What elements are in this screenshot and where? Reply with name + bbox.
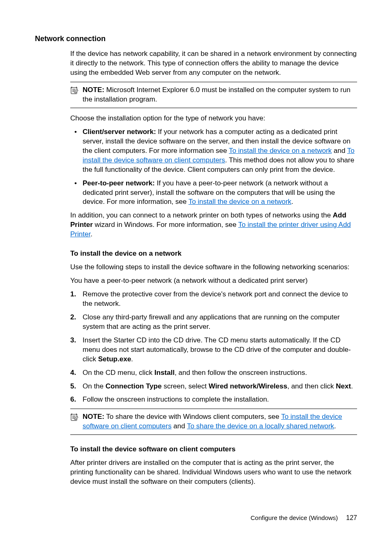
bullet-label: Peer-to-peer network: [83,179,155,187]
step-item: Follow the onscreen instructions to comp… [70,395,357,404]
bullet-text: . [291,198,293,206]
step-item: On the CD menu, click Install, and then … [70,368,357,378]
note-body: NOTE: To share the device with Windows c… [83,412,357,431]
note-box-1: NOTE: Microsoft Internet Explorer 6.0 mu… [70,82,357,108]
step-text: screen, select [161,382,208,390]
subsection-title-install-client: To install the device software on client… [70,445,357,454]
note-text: To share the device with Windows client … [104,413,281,421]
addition-text: . [90,230,92,238]
step-bold: Setup.exe [98,355,131,363]
step-bold: Install [154,369,175,377]
page-footer: Configure the device (Windows) 127 [251,513,357,522]
link-install-device-network[interactable]: To install the device on a network [229,147,332,155]
bullet-text: and [332,147,347,155]
step-item: Close any third-party firewall and any a… [70,313,357,332]
addition-paragraph: In addition, you can connect to a networ… [70,211,357,239]
step-text: On the CD menu, click [83,369,154,377]
subsection-title-install-network: To install the device on a network [70,249,357,259]
addition-text: In addition, you can connect to a networ… [70,211,333,219]
step-bold: Next [336,382,351,390]
step-text: , and then follow the onscreen instructi… [175,369,307,377]
section2-p1: Use the following steps to install the d… [70,263,357,272]
list-item: Peer-to-peer network: If you have a peer… [70,179,357,207]
intro-paragraph: If the device has network capability, it… [70,49,357,78]
section3-p1: After printer drivers are installed on t… [70,458,357,487]
step-text: . [351,382,353,390]
choose-paragraph: Choose the installation option for the t… [70,114,357,123]
step-item: On the Connection Type screen, select Wi… [70,382,357,391]
step-item: Insert the Starter CD into the CD drive.… [70,336,357,364]
note-body: NOTE: Microsoft Internet Explorer 6.0 mu… [83,85,357,104]
section-heading: Network connection [35,34,357,44]
step-item: Remove the protective cover from the dev… [70,290,357,309]
note-label: NOTE: [83,86,104,94]
list-item: Client/server network: If your network h… [70,127,357,175]
bullet-list: Client/server network: If your network h… [70,127,357,207]
step-text: . [131,355,133,363]
note-label: NOTE: [83,413,104,421]
step-bold: Wired network/Wireless [209,382,287,390]
section2-p2: You have a peer-to-peer network (a netwo… [70,276,357,286]
addition-text: wizard in Windows. For more information,… [93,221,238,229]
steps-list: Remove the protective cover from the dev… [70,290,357,404]
footer-text: Configure the device (Windows) [251,514,338,522]
step-bold: Connection Type [106,382,162,390]
note-icon [70,85,79,97]
note-box-2: NOTE: To share the device with Windows c… [70,409,357,435]
content-area: If the device has network capability, it… [70,49,357,487]
note-text: . [334,422,336,430]
step-text: , and then click [287,382,336,390]
link-share-device-local-network[interactable]: To share the device on a locally shared … [187,422,334,430]
bullet-label: Client/server network: [83,128,156,136]
page-number: 127 [346,513,357,522]
note-text: Microsoft Internet Explorer 6.0 must be … [83,86,350,103]
step-text: On the [83,382,106,390]
note-text: and [171,422,187,430]
note-icon [70,412,79,424]
link-install-device-network[interactable]: To install the device on a network [189,198,291,206]
